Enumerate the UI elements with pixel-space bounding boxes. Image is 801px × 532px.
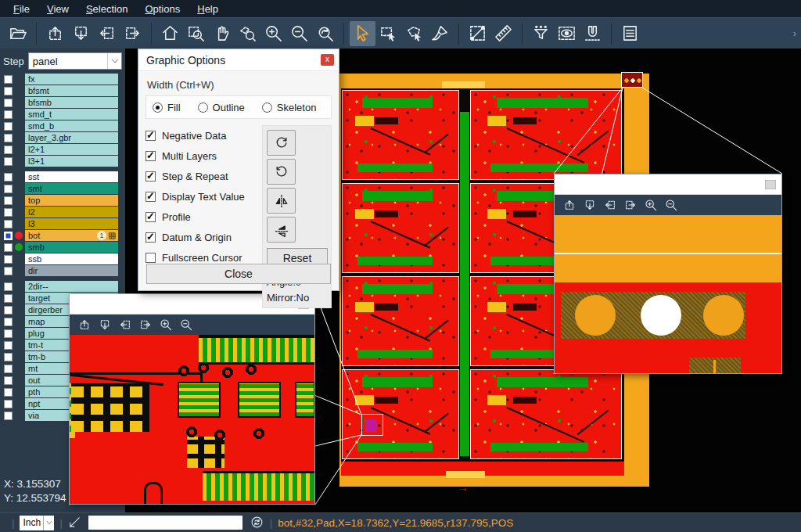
layer-checkbox[interactable] xyxy=(4,220,13,228)
layer-checkbox[interactable] xyxy=(4,196,13,205)
layer-label[interactable]: smb xyxy=(25,242,118,253)
layer-checkbox[interactable] xyxy=(4,306,13,315)
layer-label[interactable]: l2+1 xyxy=(25,144,118,155)
zoom-out-icon[interactable] xyxy=(661,196,681,214)
checkbox-icon[interactable] xyxy=(145,192,156,202)
zoom-drag-icon[interactable] xyxy=(235,21,260,46)
layer-label[interactable]: smt xyxy=(25,183,118,194)
layer-label[interactable]: dir xyxy=(25,265,118,276)
magnifier-right-view[interactable] xyxy=(555,215,781,373)
checkbox-icon[interactable] xyxy=(145,151,156,161)
layer-row-smt[interactable]: smt xyxy=(0,183,125,194)
chevron-down-icon[interactable] xyxy=(107,53,121,69)
rotate-cw-icon[interactable] xyxy=(267,130,296,156)
layer-row-bfsmt[interactable]: bfsmt xyxy=(0,85,125,96)
layer-checkbox[interactable] xyxy=(4,173,13,182)
pan-left-icon[interactable] xyxy=(115,316,135,333)
layer-label[interactable]: top xyxy=(25,195,118,206)
pan-up-icon[interactable] xyxy=(42,21,68,46)
select-polygon-icon[interactable] xyxy=(401,21,427,46)
layer-row-bfsmb[interactable]: bfsmb xyxy=(0,97,125,108)
close-icon[interactable]: x xyxy=(321,54,334,66)
layer-checkbox[interactable] xyxy=(4,267,13,275)
pan-right-icon[interactable] xyxy=(135,316,156,333)
window-button-icon[interactable] xyxy=(765,180,776,189)
pan-down-icon[interactable] xyxy=(95,316,115,333)
layer-checkbox[interactable] xyxy=(4,400,13,408)
unit-select[interactable]: Inch xyxy=(20,516,54,530)
layer-row-smd_t[interactable]: smd_t xyxy=(0,109,125,120)
radio-fill[interactable]: Fill xyxy=(153,102,181,113)
angle-corner-icon[interactable] xyxy=(68,516,82,530)
layer-row-fx[interactable]: fx xyxy=(0,74,125,84)
layer-checkbox[interactable] xyxy=(4,341,13,350)
magnifier-window-left[interactable] xyxy=(69,293,315,505)
measure-diagonal-icon[interactable] xyxy=(465,21,490,46)
layer-checkbox[interactable] xyxy=(4,110,13,119)
mirror-horizontal-icon[interactable] xyxy=(267,217,296,243)
layer-label[interactable]: bfsmb xyxy=(25,97,118,108)
layer-checkbox[interactable] xyxy=(4,146,13,154)
option-profile[interactable]: Profile xyxy=(145,207,262,227)
zoom-in-icon[interactable] xyxy=(260,21,286,46)
ruler-icon[interactable] xyxy=(490,21,516,46)
layer-row-l2[interactable]: l2 xyxy=(0,207,125,217)
pan-hand-icon[interactable] xyxy=(209,21,235,46)
layer-row-l3+1[interactable]: l3+1 xyxy=(0,156,125,167)
radio-icon[interactable] xyxy=(198,102,208,113)
layer-label[interactable]: 2dir-- xyxy=(25,281,118,292)
layer-checkbox[interactable] xyxy=(4,294,13,303)
layer-checkbox[interactable] xyxy=(4,208,13,217)
step-select[interactable]: panel xyxy=(28,52,122,70)
layer-label[interactable]: smd_t xyxy=(25,109,118,120)
layer-label[interactable]: l2 xyxy=(25,207,118,217)
layer-checkbox[interactable] xyxy=(4,365,13,373)
zoom-out-icon[interactable] xyxy=(176,316,196,333)
option-datum-origin[interactable]: Datum & Origin xyxy=(145,227,262,247)
layer-checkbox[interactable] xyxy=(4,99,13,107)
zoom-area-icon[interactable] xyxy=(183,21,209,46)
pcb-board[interactable] xyxy=(342,90,459,180)
pan-down-icon[interactable] xyxy=(580,196,600,214)
grid-icon[interactable] xyxy=(108,232,117,240)
option-display-text-value[interactable]: Display Text Value xyxy=(145,186,262,207)
pan-right-icon[interactable] xyxy=(620,196,641,214)
zoom-target-right[interactable] xyxy=(621,72,643,88)
layer-checkbox[interactable] xyxy=(4,353,13,361)
layer-checkbox[interactable] xyxy=(4,388,13,397)
pcb-board[interactable] xyxy=(342,276,459,366)
layer-label[interactable]: l3+1 xyxy=(25,156,118,167)
checkbox-icon[interactable] xyxy=(145,131,156,141)
checkbox-icon[interactable] xyxy=(145,232,156,243)
checkbox-icon[interactable] xyxy=(145,253,156,263)
layer-checkbox[interactable] xyxy=(4,157,13,166)
layer-checkbox[interactable] xyxy=(4,87,13,95)
refresh-icon[interactable] xyxy=(250,516,264,530)
magnifier-window-right[interactable] xyxy=(554,174,782,374)
menu-item-help[interactable]: Help xyxy=(189,2,227,16)
magnifier-left-view[interactable] xyxy=(70,335,314,504)
layer-label[interactable]: fx xyxy=(25,74,118,84)
radio-icon[interactable] xyxy=(262,102,272,113)
layer-row-smd_b[interactable]: smd_b xyxy=(0,120,125,131)
menu-item-options[interactable]: Options xyxy=(136,2,189,16)
option-negative-data[interactable]: Negative Data xyxy=(145,125,262,146)
pan-left-icon[interactable] xyxy=(600,196,620,214)
layer-label[interactable]: sst xyxy=(25,171,118,182)
layer-checkbox[interactable] xyxy=(4,75,13,84)
pan-down-icon[interactable] xyxy=(68,21,94,46)
option-step-repeat[interactable]: Step & Repeat xyxy=(145,166,262,186)
layer-row-dir[interactable]: dir xyxy=(0,265,125,276)
open-folder-icon[interactable] xyxy=(5,21,31,46)
checkbox-icon[interactable] xyxy=(145,171,156,182)
zoom-target-left[interactable] xyxy=(361,414,383,436)
layer-checkbox[interactable] xyxy=(4,255,13,264)
layer-checkbox[interactable] xyxy=(4,329,13,338)
brush-icon[interactable] xyxy=(427,21,453,46)
layer-checkbox[interactable] xyxy=(4,376,13,385)
select-cursor-icon[interactable] xyxy=(350,21,375,46)
layer-checkbox[interactable] xyxy=(4,412,13,420)
snap-magnet-icon[interactable] xyxy=(580,21,605,46)
radio-outline[interactable]: Outline xyxy=(198,102,245,113)
report-icon[interactable] xyxy=(617,21,643,46)
